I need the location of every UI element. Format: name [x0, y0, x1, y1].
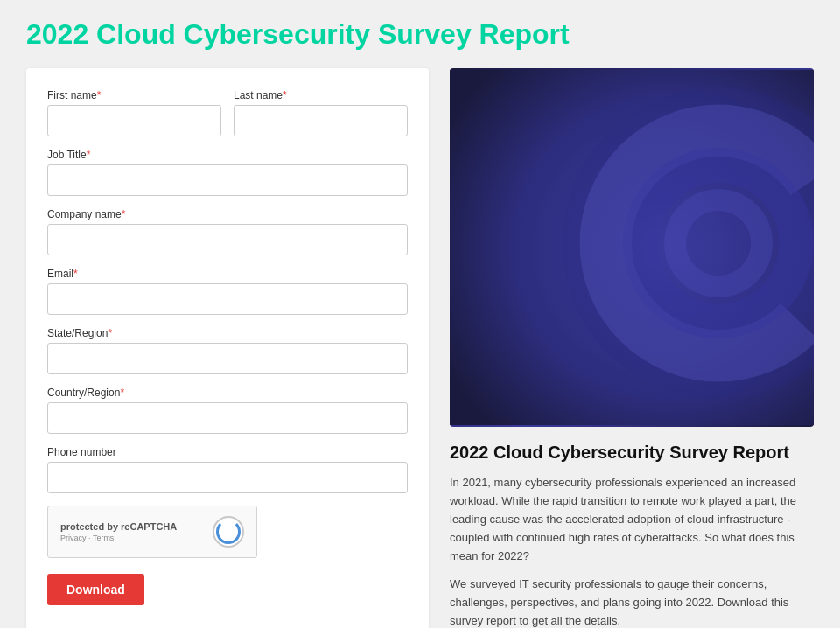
- page-wrapper: 2022 Cloud Cybersecurity Survey Report F…: [0, 0, 840, 628]
- phone-number-input[interactable]: [47, 462, 408, 493]
- country-region-input[interactable]: United States: [47, 402, 408, 434]
- state-region-group: State/Region*: [47, 327, 408, 374]
- job-title-input[interactable]: [47, 164, 408, 196]
- recaptcha-spinner-icon: [216, 520, 241, 544]
- company-name-group: Company name*: [47, 208, 408, 255]
- recaptcha-text: protected by reCAPTCHA: [60, 521, 177, 532]
- email-input[interactable]: [47, 283, 408, 315]
- state-region-input[interactable]: [47, 343, 408, 374]
- recaptcha-info: protected by reCAPTCHA Privacy · Terms: [60, 521, 177, 542]
- recaptcha-terms-link[interactable]: Terms: [93, 534, 115, 542]
- recaptcha-privacy-link[interactable]: Privacy: [60, 534, 87, 542]
- first-name-input[interactable]: [47, 105, 221, 136]
- recaptcha-widget[interactable]: protected by reCAPTCHA Privacy · Terms: [47, 506, 257, 558]
- email-label: Email*: [47, 268, 408, 280]
- form-panel: First name* Last name* Job Title*: [26, 68, 429, 628]
- company-name-input[interactable]: [47, 224, 408, 255]
- report-cover-svg: [450, 68, 814, 427]
- report-content-title: 2022 Cloud Cybersecurity Survey Report: [450, 441, 814, 464]
- job-title-label: Job Title*: [47, 149, 408, 161]
- last-name-label: Last name*: [234, 89, 408, 101]
- content-area: First name* Last name* Job Title*: [26, 68, 814, 628]
- first-name-group: First name*: [47, 89, 221, 136]
- required-marker: *: [87, 149, 91, 161]
- last-name-group: Last name*: [234, 89, 408, 136]
- recaptcha-links: Privacy · Terms: [60, 534, 177, 542]
- report-body-paragraph2: We surveyed IT security professionals to…: [450, 576, 814, 628]
- country-region-label: Country/Region*: [47, 387, 408, 399]
- phone-number-label: Phone number: [47, 446, 408, 458]
- phone-number-group: Phone number: [47, 446, 408, 493]
- email-group: Email*: [47, 268, 408, 315]
- recaptcha-checkbox[interactable]: [213, 516, 244, 548]
- required-marker: *: [122, 208, 126, 220]
- required-marker: *: [97, 89, 102, 101]
- required-marker: *: [283, 89, 287, 101]
- company-name-label: Company name*: [47, 208, 408, 220]
- page-title: 2022 Cloud Cybersecurity Survey Report: [26, 17, 814, 51]
- country-region-group: Country/Region* United States: [47, 387, 408, 434]
- last-name-input[interactable]: [234, 105, 408, 136]
- required-marker: *: [74, 268, 78, 280]
- report-cover-image: [450, 68, 814, 427]
- job-title-group: Job Title*: [47, 149, 408, 196]
- right-panel: 2022 Cloud Cybersecurity Survey Report I…: [450, 68, 814, 628]
- download-button[interactable]: Download: [47, 574, 144, 605]
- name-row: First name* Last name*: [47, 89, 408, 136]
- required-marker: *: [108, 327, 112, 339]
- first-name-label: First name*: [47, 89, 221, 101]
- state-region-label: State/Region*: [47, 327, 408, 339]
- report-body-paragraph1: In 2021, many cybersecurity professional…: [450, 474, 814, 565]
- required-marker: *: [120, 387, 124, 399]
